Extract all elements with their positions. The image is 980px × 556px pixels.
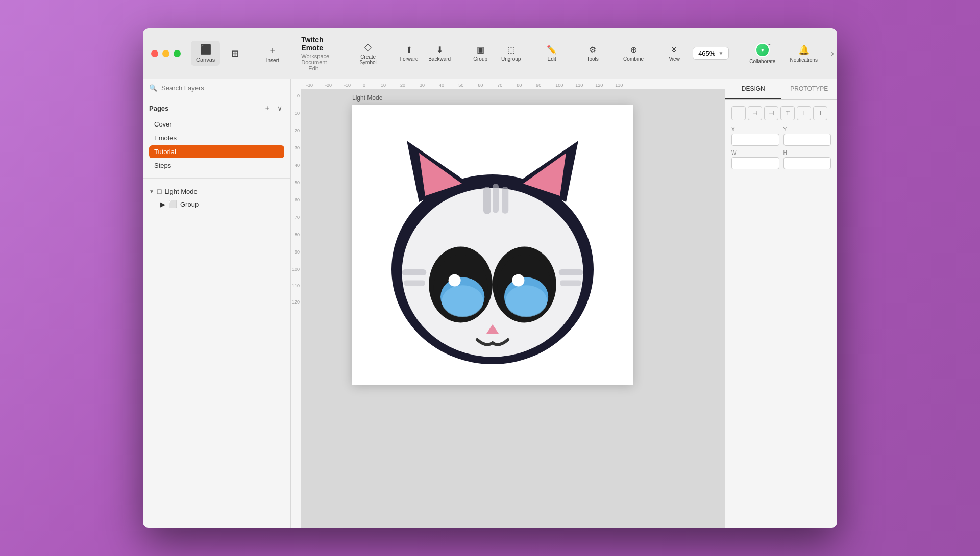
window-controls [151, 50, 181, 57]
backward-button[interactable]: ⬇ Backward [427, 42, 452, 65]
page-item-steps[interactable]: Steps [149, 159, 284, 172]
w-field: W [731, 150, 779, 169]
collab-avatar-wrapper: ● ··· [755, 43, 770, 57]
h-field: H [783, 150, 831, 169]
edit-icon: ✏️ [547, 45, 557, 55]
w-input[interactable] [731, 157, 779, 169]
pages-menu-button[interactable]: ∨ [275, 103, 284, 114]
group-icon: ▣ [477, 45, 484, 55]
app-window: ⬛ Canvas ⊞ ＋ Insert Twitch Emote Workspa… [143, 28, 837, 528]
align-left-button[interactable]: ⊢ [731, 106, 746, 120]
xy-row: X Y [731, 127, 831, 146]
notifications-button[interactable]: 🔔 Notifications [786, 41, 821, 66]
svg-rect-9 [402, 269, 426, 275]
panel-body: ⊢ ⊣ ⊣ ⊤ ⊥ ⊥ X Y [725, 100, 837, 528]
page-item-tutorial[interactable]: Tutorial [149, 145, 284, 158]
page-item-cover[interactable]: Cover [149, 118, 284, 131]
y-input[interactable] [783, 134, 831, 146]
panel-tabs: DESIGN PROTOTYPE [725, 79, 837, 100]
backward-icon: ⬇ [436, 45, 443, 55]
zoom-control[interactable]: 465% ▼ [693, 47, 729, 60]
layers-section: ▼ □ Light Mode ▶ ⬜ Group [143, 179, 290, 528]
x-input[interactable] [731, 134, 779, 146]
add-page-button[interactable]: ＋ [262, 103, 273, 114]
frame-icon: □ [157, 187, 161, 195]
group-label: Group [473, 56, 487, 62]
layer-light-mode[interactable]: ▼ □ Light Mode [149, 185, 284, 198]
h-input[interactable] [783, 157, 831, 169]
pages-header: Pages ＋ ∨ [149, 103, 284, 114]
edit-label: Edit [548, 56, 556, 62]
svg-rect-10 [404, 281, 425, 286]
layer-sub-group: ▶ ⬜ Group [149, 198, 284, 210]
grid-icon: ⊞ [231, 48, 239, 59]
artboard-label: Light Mode [352, 94, 382, 102]
combine-icon: ⊕ [630, 45, 637, 55]
search-bar: 🔍 [143, 79, 290, 97]
canvas-area: -30 -20 -10 0 10 20 30 40 50 60 70 80 90… [291, 79, 725, 528]
align-center-v-button[interactable]: ⊥ [797, 106, 811, 120]
main-content: 🔍 Pages ＋ ∨ Cover Emotes Tutorial Steps [143, 79, 837, 528]
svg-rect-6 [483, 187, 491, 214]
align-center-h-button[interactable]: ⊣ [748, 106, 762, 120]
artboard[interactable] [352, 105, 633, 385]
cat-svg [370, 122, 615, 367]
collaborate-label: Collaborate [749, 59, 775, 64]
ruler-left: 0 10 20 30 40 50 60 70 80 90 100 110 120 [291, 89, 301, 528]
left-sidebar: 🔍 Pages ＋ ∨ Cover Emotes Tutorial Steps [143, 79, 291, 528]
align-top-button[interactable]: ⊤ [780, 106, 795, 120]
maximize-button[interactable] [174, 50, 181, 57]
avatar-initials: ● [761, 47, 764, 53]
layer-group-item[interactable]: ▶ ⬜ Group [160, 198, 284, 210]
canvas-tool-button[interactable]: ⬛ Canvas [191, 41, 220, 66]
svg-point-19 [442, 285, 483, 317]
combine-button[interactable]: ⊕ Combine [621, 42, 646, 65]
group-icon: ⬜ [168, 200, 177, 208]
search-input[interactable] [161, 84, 284, 92]
plus-icon: ＋ [268, 44, 277, 56]
tab-prototype[interactable]: PROTOTYPE [781, 79, 838, 99]
cat-illustration [352, 105, 633, 385]
canvas-tool-label: Canvas [196, 57, 215, 63]
svg-point-22 [512, 274, 524, 287]
search-icon: 🔍 [149, 84, 157, 92]
page-item-emotes[interactable]: Emotes [149, 132, 284, 144]
y-label: Y [783, 127, 831, 132]
tab-design[interactable]: DESIGN [725, 79, 781, 99]
collaborate-button[interactable]: ● ··· Collaborate [745, 40, 779, 67]
combine-label: Combine [623, 56, 644, 62]
pages-controls: ＋ ∨ [262, 103, 284, 114]
forward-label: Forward [400, 56, 419, 62]
create-symbol-label: Create Symbol [359, 54, 376, 65]
align-bottom-button[interactable]: ⊥ [813, 106, 827, 120]
minimize-button[interactable] [162, 50, 169, 57]
right-panel: DESIGN PROTOTYPE ⊢ ⊣ ⊣ ⊤ ⊥ ⊥ X [725, 79, 837, 528]
bell-icon: 🔔 [798, 44, 810, 56]
w-label: W [731, 150, 779, 156]
tools-button[interactable]: ⚙ Tools [580, 42, 605, 65]
chevron-right-icon: › [831, 48, 834, 58]
x-field: X [731, 127, 779, 146]
close-button[interactable] [151, 50, 158, 57]
ruler-corner [291, 79, 301, 89]
forward-button[interactable]: ⬆ Forward [397, 42, 421, 65]
svg-rect-8 [502, 187, 508, 214]
create-symbol-button[interactable]: ◇ Create Symbol [356, 38, 380, 68]
expand-icon: ▶ [160, 200, 165, 208]
wh-row: W H [731, 150, 831, 169]
canvas-icon: ⬛ [200, 44, 211, 55]
expand-button[interactable]: › [828, 45, 837, 62]
grid-tool-button[interactable]: ⊞ [226, 45, 244, 62]
view-button[interactable]: 👁 View [662, 42, 687, 65]
group-button[interactable]: ▣ Group [468, 42, 493, 65]
backward-label: Backward [428, 56, 451, 62]
pages-section: Pages ＋ ∨ Cover Emotes Tutorial Steps [143, 97, 290, 179]
insert-button[interactable]: ＋ Insert [260, 41, 285, 66]
insert-label: Insert [266, 58, 279, 63]
zoom-value: 465% [698, 49, 715, 57]
x-label: X [731, 127, 779, 132]
ungroup-button[interactable]: ⬚ Ungroup [499, 42, 523, 65]
align-right-button[interactable]: ⊣ [764, 106, 778, 120]
app-title: Twitch Emote [301, 36, 329, 52]
edit-button[interactable]: ✏️ Edit [540, 42, 564, 65]
